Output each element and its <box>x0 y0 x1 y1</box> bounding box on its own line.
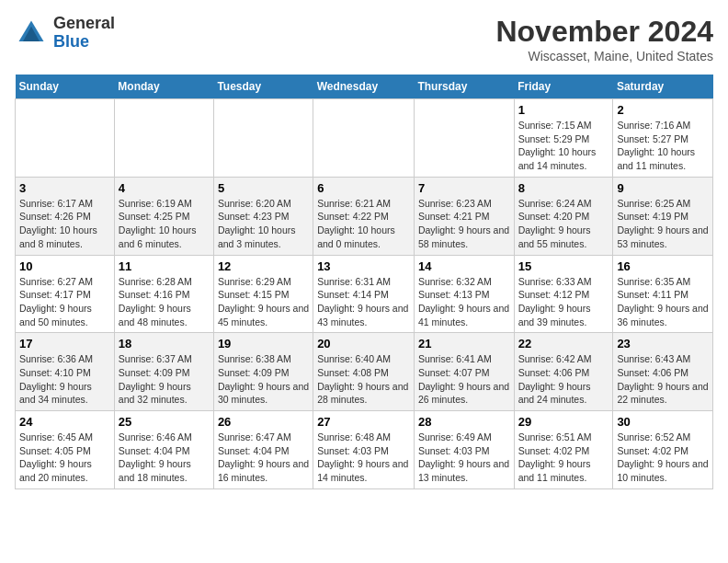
day-info: Sunrise: 6:40 AM Sunset: 4:08 PM Dayligh… <box>317 352 410 407</box>
day-number: 28 <box>418 415 510 429</box>
day-number: 3 <box>19 181 110 195</box>
calendar-cell: 3Sunrise: 6:17 AM Sunset: 4:26 PM Daylig… <box>16 177 115 255</box>
calendar-cell: 10Sunrise: 6:27 AM Sunset: 4:17 PM Dayli… <box>16 255 115 333</box>
calendar-week-5: 24Sunrise: 6:45 AM Sunset: 4:05 PM Dayli… <box>16 411 713 489</box>
day-info: Sunrise: 6:45 AM Sunset: 4:05 PM Dayligh… <box>19 431 110 485</box>
day-number: 8 <box>518 181 609 195</box>
day-info: Sunrise: 6:49 AM Sunset: 4:03 PM Dayligh… <box>418 431 510 485</box>
calendar-cell: 29Sunrise: 6:51 AM Sunset: 4:02 PM Dayli… <box>514 411 613 489</box>
calendar-cell: 9Sunrise: 6:25 AM Sunset: 4:19 PM Daylig… <box>613 177 713 255</box>
day-number: 19 <box>218 337 309 350</box>
day-info: Sunrise: 6:19 AM Sunset: 4:25 PM Dayligh… <box>119 197 210 251</box>
calendar-cell: 12Sunrise: 6:29 AM Sunset: 4:15 PM Dayli… <box>213 255 313 333</box>
day-number: 14 <box>418 259 510 273</box>
day-number: 21 <box>418 337 510 350</box>
day-info: Sunrise: 6:51 AM Sunset: 4:02 PM Dayligh… <box>518 431 609 485</box>
day-number: 17 <box>19 337 110 350</box>
calendar-cell: 13Sunrise: 6:31 AM Sunset: 4:14 PM Dayli… <box>313 255 415 333</box>
calendar-cell: 4Sunrise: 6:19 AM Sunset: 4:25 PM Daylig… <box>114 177 213 255</box>
day-number: 7 <box>418 181 510 195</box>
calendar-table: Sunday Monday Tuesday Wednesday Thursday… <box>15 75 713 489</box>
calendar-week-4: 17Sunrise: 6:36 AM Sunset: 4:10 PM Dayli… <box>16 333 713 411</box>
day-info: Sunrise: 6:43 AM Sunset: 4:06 PM Dayligh… <box>617 352 709 407</box>
day-info: Sunrise: 6:37 AM Sunset: 4:09 PM Dayligh… <box>119 352 210 407</box>
day-number: 13 <box>317 259 410 273</box>
calendar-cell <box>213 99 313 178</box>
calendar-cell: 24Sunrise: 6:45 AM Sunset: 4:05 PM Dayli… <box>16 411 115 489</box>
day-info: Sunrise: 6:28 AM Sunset: 4:16 PM Dayligh… <box>119 275 210 329</box>
day-info: Sunrise: 7:15 AM Sunset: 5:29 PM Dayligh… <box>518 119 609 173</box>
day-number: 5 <box>218 181 309 195</box>
day-number: 18 <box>119 337 210 350</box>
day-info: Sunrise: 6:20 AM Sunset: 4:23 PM Dayligh… <box>218 197 309 251</box>
header-thursday: Thursday <box>414 75 514 99</box>
day-number: 10 <box>19 259 110 273</box>
logo-general: General <box>53 15 115 33</box>
header-tuesday: Tuesday <box>213 75 313 99</box>
day-info: Sunrise: 6:33 AM Sunset: 4:12 PM Dayligh… <box>518 275 609 329</box>
calendar-cell: 17Sunrise: 6:36 AM Sunset: 4:10 PM Dayli… <box>16 333 115 411</box>
header-monday: Monday <box>114 75 213 99</box>
day-info: Sunrise: 6:52 AM Sunset: 4:02 PM Dayligh… <box>617 431 709 485</box>
day-info: Sunrise: 6:21 AM Sunset: 4:22 PM Dayligh… <box>317 197 410 251</box>
calendar-week-3: 10Sunrise: 6:27 AM Sunset: 4:17 PM Dayli… <box>16 255 713 333</box>
day-number: 11 <box>119 259 210 273</box>
calendar-cell: 11Sunrise: 6:28 AM Sunset: 4:16 PM Dayli… <box>114 255 213 333</box>
day-number: 1 <box>518 103 609 117</box>
calendar-cell: 23Sunrise: 6:43 AM Sunset: 4:06 PM Dayli… <box>613 333 713 411</box>
calendar-cell: 14Sunrise: 6:32 AM Sunset: 4:13 PM Dayli… <box>414 255 514 333</box>
calendar-cell: 1Sunrise: 7:15 AM Sunset: 5:29 PM Daylig… <box>514 99 613 178</box>
header-saturday: Saturday <box>613 75 713 99</box>
day-info: Sunrise: 6:46 AM Sunset: 4:04 PM Dayligh… <box>119 431 210 485</box>
calendar-cell: 25Sunrise: 6:46 AM Sunset: 4:04 PM Dayli… <box>114 411 213 489</box>
calendar-cell: 19Sunrise: 6:38 AM Sunset: 4:09 PM Dayli… <box>213 333 313 411</box>
day-number: 25 <box>119 415 210 429</box>
day-number: 12 <box>218 259 309 273</box>
day-info: Sunrise: 6:29 AM Sunset: 4:15 PM Dayligh… <box>218 275 309 329</box>
day-number: 4 <box>119 181 210 195</box>
day-info: Sunrise: 6:47 AM Sunset: 4:04 PM Dayligh… <box>218 431 309 485</box>
calendar-week-1: 1Sunrise: 7:15 AM Sunset: 5:29 PM Daylig… <box>16 99 713 178</box>
calendar-cell: 2Sunrise: 7:16 AM Sunset: 5:27 PM Daylig… <box>613 99 713 178</box>
title-area: November 2024 Wiscasset, Maine, United S… <box>495 15 713 63</box>
calendar-cell: 21Sunrise: 6:41 AM Sunset: 4:07 PM Dayli… <box>414 333 514 411</box>
day-number: 26 <box>218 415 309 429</box>
calendar-cell: 20Sunrise: 6:40 AM Sunset: 4:08 PM Dayli… <box>313 333 415 411</box>
header-friday: Friday <box>514 75 613 99</box>
day-info: Sunrise: 6:25 AM Sunset: 4:19 PM Dayligh… <box>617 197 709 251</box>
header-sunday: Sunday <box>16 75 115 99</box>
calendar-cell <box>16 99 115 178</box>
calendar-cell: 28Sunrise: 6:49 AM Sunset: 4:03 PM Dayli… <box>414 411 514 489</box>
calendar-cell: 22Sunrise: 6:42 AM Sunset: 4:06 PM Dayli… <box>514 333 613 411</box>
calendar-cell <box>114 99 213 178</box>
calendar-cell: 18Sunrise: 6:37 AM Sunset: 4:09 PM Dayli… <box>114 333 213 411</box>
day-number: 22 <box>518 337 609 350</box>
day-info: Sunrise: 6:27 AM Sunset: 4:17 PM Dayligh… <box>19 275 110 329</box>
day-number: 9 <box>617 181 709 195</box>
day-number: 27 <box>317 415 410 429</box>
day-info: Sunrise: 6:38 AM Sunset: 4:09 PM Dayligh… <box>218 352 309 407</box>
header-wednesday: Wednesday <box>313 75 415 99</box>
calendar-cell: 15Sunrise: 6:33 AM Sunset: 4:12 PM Dayli… <box>514 255 613 333</box>
day-info: Sunrise: 6:24 AM Sunset: 4:20 PM Dayligh… <box>518 197 609 251</box>
day-number: 30 <box>617 415 709 429</box>
day-info: Sunrise: 6:36 AM Sunset: 4:10 PM Dayligh… <box>19 352 110 407</box>
main-title: November 2024 <box>495 15 713 49</box>
day-number: 15 <box>518 259 609 273</box>
calendar-week-2: 3Sunrise: 6:17 AM Sunset: 4:26 PM Daylig… <box>16 177 713 255</box>
day-info: Sunrise: 6:32 AM Sunset: 4:13 PM Dayligh… <box>418 275 510 329</box>
day-number: 24 <box>19 415 110 429</box>
page-header: General Blue November 2024 Wiscasset, Ma… <box>15 15 713 63</box>
calendar-header-row: Sunday Monday Tuesday Wednesday Thursday… <box>16 75 713 99</box>
calendar-cell: 26Sunrise: 6:47 AM Sunset: 4:04 PM Dayli… <box>213 411 313 489</box>
calendar-cell <box>414 99 514 178</box>
day-info: Sunrise: 6:35 AM Sunset: 4:11 PM Dayligh… <box>617 275 709 329</box>
logo: General Blue <box>15 15 115 52</box>
day-info: Sunrise: 6:31 AM Sunset: 4:14 PM Dayligh… <box>317 275 410 329</box>
calendar-cell: 7Sunrise: 6:23 AM Sunset: 4:21 PM Daylig… <box>414 177 514 255</box>
day-info: Sunrise: 6:41 AM Sunset: 4:07 PM Dayligh… <box>418 352 510 407</box>
calendar-cell: 16Sunrise: 6:35 AM Sunset: 4:11 PM Dayli… <box>613 255 713 333</box>
subtitle: Wiscasset, Maine, United States <box>495 49 713 63</box>
calendar-cell <box>313 99 415 178</box>
day-info: Sunrise: 7:16 AM Sunset: 5:27 PM Dayligh… <box>617 119 709 173</box>
